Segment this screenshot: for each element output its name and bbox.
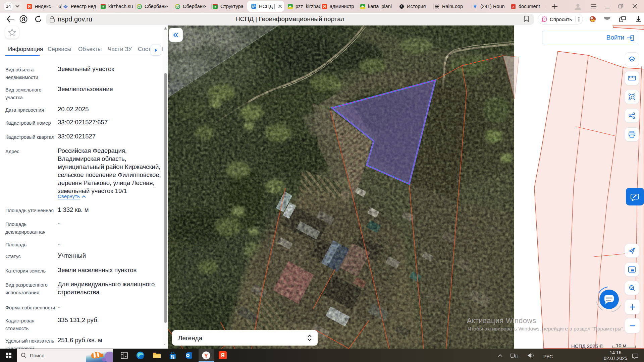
svg-text:Y: Y	[204, 353, 208, 359]
svg-text:?: ?	[543, 17, 545, 21]
svg-text:Я: Я	[221, 353, 225, 358]
svg-text:A: A	[513, 5, 515, 8]
svg-text:Я: Я	[22, 16, 25, 22]
